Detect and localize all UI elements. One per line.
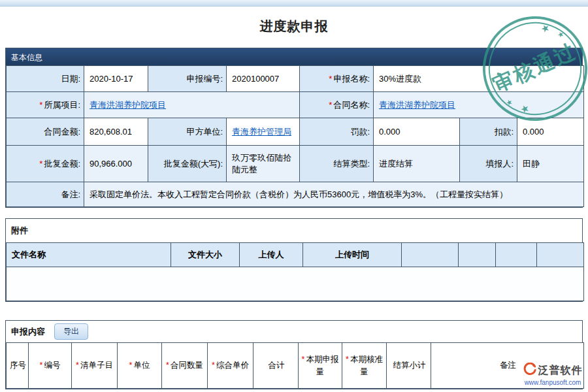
field-remark-value: 采取固定单价法。本收入工程暂定合同价款（含税价）为人民币53600元，增值税率为… xyxy=(84,182,584,207)
declare-col-contract-qty: *合同数量 xyxy=(162,343,208,389)
main-content: 基本信息 日期: 2020-10-17 申报编号: 2020100007 *申报… xyxy=(0,48,588,389)
fanpu-logo: 泛普软件 www.fanpusoft.com xyxy=(521,363,584,386)
attachment-col-extra-3 xyxy=(496,243,537,267)
declare-col-total: 合计 xyxy=(253,343,299,389)
declare-table: 序号 *编号 *清单子目 *单位 *合同数量 *综合单价 合计 *本期申报量 *… xyxy=(6,342,584,389)
contract-link[interactable]: 青海洪湖养护院项目 xyxy=(379,100,455,110)
fanpu-logo-name: 泛普软件 xyxy=(538,364,583,378)
field-reporter-label: 填报人: xyxy=(460,146,517,182)
attachment-col-uploadtime: 上传时间 xyxy=(303,243,402,267)
field-party-a-label: 甲方单位: xyxy=(148,118,227,146)
required-star: * xyxy=(302,355,305,364)
declare-col-period-declared: *本期申报量 xyxy=(299,343,342,389)
export-button[interactable]: 导出 xyxy=(54,323,88,340)
field-settle-type-label: 结算类型: xyxy=(300,146,374,182)
project-link[interactable]: 青海洪湖养护院项目 xyxy=(90,100,166,110)
required-star: * xyxy=(329,74,332,84)
basic-info-table: 日期: 2020-10-17 申报编号: 2020100007 *申报名称: 3… xyxy=(6,65,584,207)
field-settle-type-value: 进度结算 xyxy=(374,146,460,182)
fanpu-logo-site: www.fanpusoft.com xyxy=(521,379,584,386)
field-declname-value: 30%进度款 xyxy=(374,66,584,92)
field-declname-label: *申报名称: xyxy=(300,66,374,92)
field-approved-caps-label: 批复金额(大写): xyxy=(148,146,227,182)
field-declno-label: 申报编号: xyxy=(148,66,227,92)
required-star: * xyxy=(329,100,332,110)
field-reporter-value: 田静 xyxy=(517,146,584,182)
required-star: * xyxy=(76,361,79,370)
attachments-empty-row xyxy=(7,267,584,301)
field-penalty-value: 0.000 xyxy=(374,118,460,146)
field-party-a-value: 青海养护管理局 xyxy=(227,118,300,146)
basic-info-header: 基本信息 xyxy=(6,48,582,65)
field-approved-caps-value: 玖万零玖佰陆拾陆元整 xyxy=(227,146,300,182)
page-title: 进度款申报 xyxy=(0,7,588,48)
attachments-empty-cell xyxy=(7,267,584,301)
attachment-col-filesize: 文件大小 xyxy=(171,243,240,267)
required-star: * xyxy=(39,100,42,110)
field-contract-amount-label: 合同金额: xyxy=(7,118,84,146)
top-gradient-bar xyxy=(0,0,588,7)
declare-col-period-approved: *本期核准量 xyxy=(342,343,387,389)
declare-col-unit-price: *综合单价 xyxy=(208,343,253,389)
field-remark-label: 备注: xyxy=(7,182,84,207)
required-star: * xyxy=(40,361,43,370)
field-penalty-label: 罚款: xyxy=(300,118,374,146)
field-deduction-value: 0.000 xyxy=(517,118,584,146)
fanpu-logo-row: 泛普软件 xyxy=(521,363,584,378)
attachments-title: 附件 xyxy=(6,219,582,242)
field-deduction-label: 扣款: xyxy=(460,118,517,146)
required-star: * xyxy=(346,355,349,364)
field-contract-amount-value: 820,608.01 xyxy=(84,118,148,146)
required-star: * xyxy=(212,361,215,370)
field-project-value: 青海洪湖养护院项目 xyxy=(84,92,300,118)
attachment-col-extra-4 xyxy=(537,243,584,267)
attachment-col-extra-1 xyxy=(402,243,459,267)
field-contract-label: *合同名称: xyxy=(300,92,374,118)
attachments-panel: 附件 文件名称 文件大小 上传人 上传时间 xyxy=(5,218,583,302)
declare-col-code: *编号 xyxy=(29,343,72,389)
field-approved-amount-label: *批复金额: xyxy=(7,146,84,182)
field-date-label: 日期: xyxy=(7,66,84,92)
attachments-header-row: 文件名称 文件大小 上传人 上传时间 xyxy=(7,243,584,267)
field-project-label: *所属项目: xyxy=(7,92,84,118)
required-star: * xyxy=(166,361,169,370)
basic-info-panel: 基本信息 日期: 2020-10-17 申报编号: 2020100007 *申报… xyxy=(5,48,583,208)
declare-col-unit: *单位 xyxy=(118,343,162,389)
fanpu-swirl-icon xyxy=(523,363,536,378)
attachment-col-uploader: 上传人 xyxy=(240,243,303,267)
field-approved-amount-value: 90,966.000 xyxy=(84,146,148,182)
required-star: * xyxy=(129,361,133,370)
declare-col-seq: 序号 xyxy=(7,343,29,389)
attachments-table: 文件名称 文件大小 上传人 上传时间 xyxy=(6,242,584,301)
attachment-col-extra-2 xyxy=(459,243,496,267)
declare-header-row: 序号 *编号 *清单子目 *单位 *合同数量 *综合单价 合计 *本期申报量 *… xyxy=(7,343,584,389)
declare-col-settle-subtotal: 结算小计 xyxy=(387,343,431,389)
field-contract-value: 青海洪湖养护院项目 xyxy=(374,92,584,118)
field-date-value: 2020-10-17 xyxy=(84,66,148,92)
declare-title: 申报内容 xyxy=(11,326,45,338)
field-declno-value: 2020100007 xyxy=(227,66,300,92)
declare-panel: 申报内容 导出 序号 *编号 *清单子目 *单位 *合同数量 *综合单价 合计 … xyxy=(5,320,583,389)
attachment-col-filename: 文件名称 xyxy=(7,243,171,267)
declare-title-bar: 申报内容 导出 xyxy=(6,321,582,342)
declare-col-list-item: *清单子目 xyxy=(72,343,118,389)
party-a-link[interactable]: 青海养护管理局 xyxy=(232,127,291,137)
required-star: * xyxy=(39,159,42,169)
